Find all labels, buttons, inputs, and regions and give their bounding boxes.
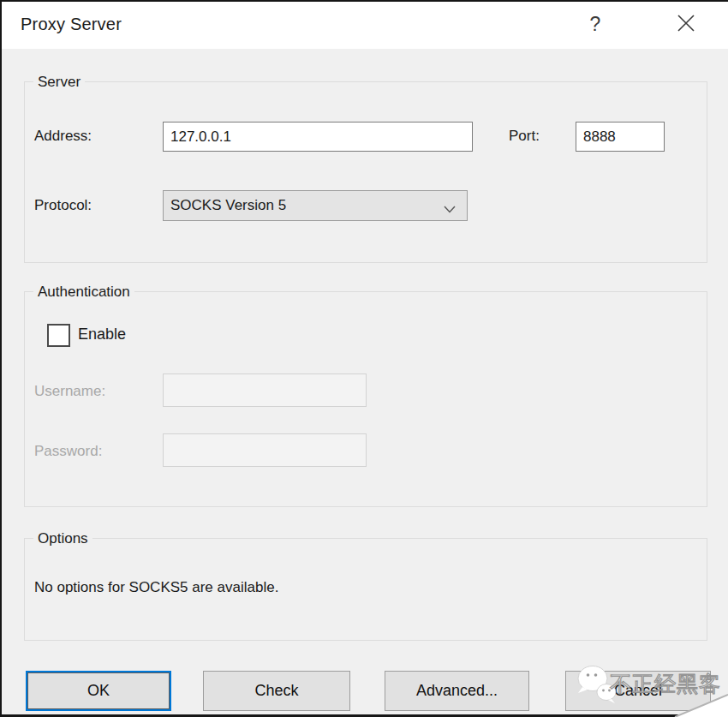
protocol-dropdown[interactable]: SOCKS Version 5 (163, 190, 468, 221)
close-button[interactable] (659, 0, 713, 49)
ok-button[interactable]: OK (26, 671, 171, 711)
help-icon: ? (590, 13, 601, 36)
options-group-legend: Options (33, 530, 92, 547)
close-icon (677, 14, 695, 35)
help-button[interactable]: ? (570, 0, 620, 49)
password-input (163, 433, 367, 467)
authentication-group-legend: Authentication (33, 284, 134, 301)
password-label: Password: (34, 441, 102, 462)
protocol-selected-value: SOCKS Version 5 (164, 197, 286, 214)
server-group-legend: Server (33, 74, 85, 91)
cancel-button[interactable]: Cancel (565, 671, 711, 711)
username-label: Username: (34, 381, 105, 402)
port-label: Port: (509, 126, 540, 146)
address-label: Address: (34, 126, 92, 146)
check-button[interactable]: Check (203, 671, 350, 711)
options-message: No options for SOCKS5 are available. (34, 579, 278, 596)
proxy-server-dialog: Proxy Server ? Server Address: Port: Pro… (0, 0, 728, 717)
advanced-button[interactable]: Advanced... (385, 671, 529, 711)
protocol-label: Protocol: (34, 195, 92, 216)
enable-auth-label: Enable (78, 326, 126, 344)
server-group: Server (24, 81, 707, 263)
window-left-border (0, 0, 2, 717)
enable-auth-checkbox[interactable] (47, 324, 70, 347)
window-top-border (0, 0, 728, 2)
username-input (163, 373, 367, 407)
address-input[interactable] (163, 122, 473, 152)
port-input[interactable] (576, 122, 665, 152)
dialog-title: Proxy Server (21, 15, 122, 34)
chevron-down-icon (444, 201, 456, 217)
